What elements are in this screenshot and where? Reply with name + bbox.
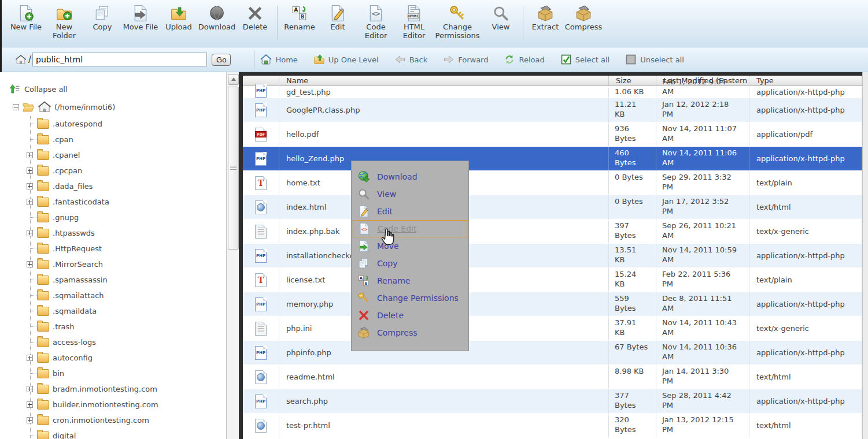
tree-item[interactable]: .autorespond xyxy=(0,116,226,132)
code-editor-button[interactable]: Code Editor xyxy=(357,5,395,40)
copy-button[interactable]: Copy xyxy=(83,5,121,31)
view-button[interactable]: View xyxy=(482,5,520,31)
file-size: 559 Bytes xyxy=(615,293,648,313)
toolbar-label: Change Permissions xyxy=(433,23,482,40)
context-menu-compress[interactable]: Compress xyxy=(352,324,468,341)
table-row[interactable]: index.html 0 Bytes Jan 17, 2012 3:52 PM … xyxy=(243,195,862,220)
nav-forward[interactable]: Forward xyxy=(443,54,488,65)
edit-button[interactable]: Edit xyxy=(319,5,357,31)
expand-icon[interactable] xyxy=(27,386,33,392)
go-button[interactable]: Go xyxy=(212,54,231,66)
tree-item[interactable]: bin xyxy=(0,366,226,381)
nav-home[interactable]: Home xyxy=(260,54,297,65)
header-size[interactable]: Size xyxy=(609,76,656,85)
nav-reload[interactable]: Reload xyxy=(504,54,544,65)
path-input[interactable] xyxy=(32,53,207,66)
table-row[interactable]: phpinfo.php 67 Bytes Nov 14, 2011 10:36 … xyxy=(243,341,862,365)
rename-button[interactable]: Rename xyxy=(280,5,319,31)
table-scrollbar[interactable] xyxy=(862,72,868,439)
move-file-button[interactable]: Move File xyxy=(121,5,160,31)
sidebar-scrollbar[interactable] xyxy=(226,72,239,439)
tree-item[interactable]: .MirrorSearch xyxy=(0,256,226,272)
table-row[interactable]: test-pr.html 320 Bytes Jan 13, 2012 12:1… xyxy=(243,414,862,438)
tree-item[interactable]: digital xyxy=(0,428,226,439)
file-type: application/x-httpd-php xyxy=(749,341,862,364)
context-menu-rename[interactable]: Rename xyxy=(352,272,468,289)
nav-back[interactable]: Back xyxy=(394,54,428,65)
nav-unselect-all[interactable]: Unselect all xyxy=(625,54,684,65)
expand-icon[interactable] xyxy=(27,355,33,361)
tree-item[interactable]: .trash xyxy=(0,319,226,334)
expand-icon[interactable] xyxy=(27,183,33,189)
html-editor-button[interactable]: HTML Editor xyxy=(395,5,433,40)
expand-icon[interactable] xyxy=(27,417,33,423)
context-menu-edit[interactable]: Edit xyxy=(352,203,468,220)
tree-item[interactable]: .cpcpan xyxy=(0,163,226,178)
tree-item[interactable]: autoconfig xyxy=(0,350,226,366)
table-row[interactable]: memory.php 559 Bytes Dec 8, 2011 11:51 A… xyxy=(243,292,862,317)
tree-item[interactable]: .HttpRequest xyxy=(0,241,226,256)
tree-root-home[interactable]: (/home/inmoti6) xyxy=(13,100,115,114)
table-row-selected[interactable]: hello_Zend.php 460 Bytes Nov 14, 2011 11… xyxy=(243,147,862,171)
change-permissions-button[interactable]: Change Permissions xyxy=(433,5,482,40)
tree-item[interactable]: cron.inmotiontesting.com xyxy=(0,412,226,428)
file-size: 67 Bytes xyxy=(615,342,648,352)
tree-item[interactable]: .fantasticodata xyxy=(0,194,226,210)
tree-item[interactable]: access-logs xyxy=(0,334,226,350)
table-row[interactable]: license.txt 15.24 KB Feb 22, 2011 5:36 P… xyxy=(243,268,862,292)
header-name[interactable]: Name xyxy=(279,76,609,85)
table-row[interactable]: gd_test.php 1.06 KB Feb 1, 2012 9:04 AM … xyxy=(243,86,862,98)
context-menu-view[interactable]: View xyxy=(352,185,468,203)
table-row[interactable]: php.ini 37.91 KB Nov 14, 2011 10:43 AM t… xyxy=(243,317,862,341)
tree-item[interactable]: .sqmailattach xyxy=(0,288,226,303)
nav-up-one-level[interactable]: Up One Level xyxy=(313,54,379,65)
new-folder-button[interactable]: New Folder xyxy=(45,5,83,40)
context-menu-code-edit[interactable]: Code Edit xyxy=(353,220,467,237)
tree-item[interactable]: .sqmaildata xyxy=(0,303,226,319)
table-row[interactable]: home.txt 0 Bytes Sep 29, 2011 3:32 PM te… xyxy=(243,171,862,195)
context-menu-copy[interactable]: Copy xyxy=(352,255,468,272)
table-row[interactable]: search.php 377 Bytes Sep 28, 2011 4:42 P… xyxy=(243,389,862,414)
context-menu-move[interactable]: Move xyxy=(352,237,468,255)
scrollbar-up-arrow[interactable] xyxy=(228,74,239,85)
expand-icon[interactable] xyxy=(27,152,33,158)
file-list-table: Name Size Last Modified (Eastern S Type … xyxy=(243,72,862,439)
tree-item[interactable]: .htpasswds xyxy=(0,225,226,241)
compress-button[interactable]: Compress xyxy=(564,5,603,31)
tree-item[interactable]: builder.inmotiontesting.com xyxy=(0,397,226,412)
context-menu-change-permissions[interactable]: Change Permissions xyxy=(352,289,468,307)
scrollbar-thumb[interactable] xyxy=(228,87,239,250)
table-row[interactable]: installationchecke 13.51 KB Nov 14, 2011… xyxy=(243,244,862,268)
tree-item[interactable]: .dada_files xyxy=(0,178,226,194)
table-row[interactable]: hello.pdf 936 Bytes Nov 14, 2011 11:07 A… xyxy=(243,122,862,147)
collapse-all-button[interactable]: Collapse all xyxy=(9,84,68,94)
expand-icon[interactable] xyxy=(27,199,33,205)
expand-icon[interactable] xyxy=(27,261,33,267)
tree-item[interactable]: bradm.inmotiontesting.com xyxy=(0,381,226,397)
tree-item[interactable]: .gnupg xyxy=(0,210,226,225)
toolbar: New File New Folder Copy Move File Uploa… xyxy=(0,0,868,47)
tree-item[interactable]: .cpanel xyxy=(0,147,226,163)
context-menu-delete[interactable]: Delete xyxy=(352,307,468,324)
menu-item-label: Rename xyxy=(377,276,410,285)
context-menu-download[interactable]: Download xyxy=(352,168,468,185)
expand-icon[interactable] xyxy=(27,401,33,408)
tree-item[interactable]: .cpan xyxy=(0,132,226,147)
delete-button[interactable]: Delete xyxy=(236,5,274,31)
file-modified: Jan 13, 2012 12:15 PM xyxy=(662,415,740,434)
toolbar-label: Delete xyxy=(243,23,268,31)
table-row[interactable]: index.php.bak 397 Bytes Sep 26, 2011 10:… xyxy=(243,220,862,244)
new-file-button[interactable]: New File xyxy=(7,5,45,31)
header-type[interactable]: Type xyxy=(749,76,862,85)
folder-icon xyxy=(37,135,49,144)
collapse-expander-icon[interactable] xyxy=(13,104,19,110)
table-row[interactable]: GooglePR.class.php 11.21 KB Jan 12, 2012… xyxy=(243,98,862,122)
upload-button[interactable]: Upload xyxy=(160,5,198,31)
expand-icon[interactable] xyxy=(27,168,33,174)
nav-select-all[interactable]: Select all xyxy=(560,54,610,65)
extract-button[interactable]: Extract xyxy=(526,5,564,31)
tree-item[interactable]: .spamassassin xyxy=(0,272,226,288)
expand-icon[interactable] xyxy=(27,230,33,236)
download-button[interactable]: Download xyxy=(198,5,236,31)
table-row[interactable]: readme.html 8.98 KB Jan 14, 2011 3:30 PM… xyxy=(243,365,862,389)
